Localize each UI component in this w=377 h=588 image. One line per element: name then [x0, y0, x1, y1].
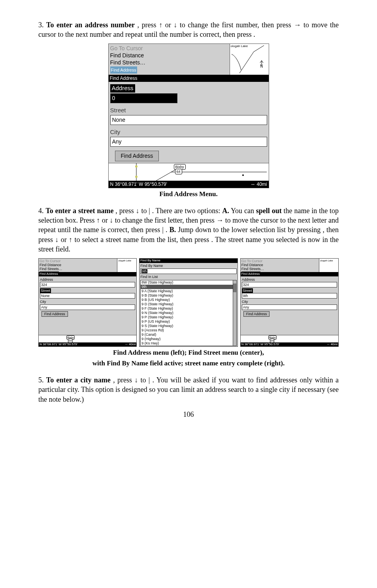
mini-bottom-map-r: Bixby 64 [241, 335, 338, 342]
step4-prefix: 4. [38, 207, 45, 215]
mini-status-coords: N 36°08.971' W 95°50.579' [40, 342, 77, 347]
top-row: Go To Cursor Find Distance Find Streets…… [109, 44, 269, 75]
step4-rest-b: You can [231, 207, 256, 215]
mini-form: Address 324 Street None City Any Find Ad… [39, 276, 136, 335]
street-list-item[interactable]: 9 (Highway) [141, 337, 236, 341]
form-area: Address 0 Street None City Any Find Addr… [109, 82, 269, 163]
scroll-thumb[interactable] [233, 284, 236, 292]
mini-go-to-cursor-r: Go To Cursor [241, 259, 318, 263]
mini-status-coords-r: N 36°08.971' W 95°50.579' [241, 342, 279, 347]
mini-lake-label-r: ologah Lake [320, 259, 333, 262]
mini-menu-r: Go To Cursor Find Distance Find Streets…… [241, 259, 319, 272]
mini-street-field[interactable]: None [40, 293, 135, 299]
map-thumbnail-svg: N [230, 44, 269, 75]
street-list-item[interactable]: 9 P (US Highway) [141, 320, 236, 324]
street-field[interactable]: None [110, 115, 267, 125]
step4-paragraph: 4. To enter a street name , press ↓ to |… [38, 206, 339, 254]
mini-bottom-map: Bixby 64 [39, 335, 136, 342]
mini-street-field-r[interactable]: 9th [242, 293, 337, 299]
mini-find-streets-r: Find Streets… [241, 267, 318, 271]
mini-top-r: Go To Cursor Find Distance Find Streets…… [241, 259, 338, 272]
map-thumbnail: ologah Lake N [230, 44, 269, 75]
mini-status-r: N 36°08.971' W 95°50.579' ↔ 40mi [241, 342, 338, 347]
street-list-item[interactable]: 9 P (State Highway) [141, 315, 236, 320]
mini-city-field-r[interactable]: Any [242, 304, 337, 310]
mini-find-streets: Find Streets… [40, 267, 116, 271]
find-by-name-field[interactable]: 9th [140, 268, 236, 274]
mini-window-title-r: Find Address [241, 272, 338, 276]
svg-point-6 [242, 174, 244, 176]
step5-title: To enter a city name [46, 376, 111, 384]
menu-find-streets: Find Streets… [110, 59, 228, 66]
mini-street-label: Street [40, 288, 51, 293]
mini-go-to-cursor: Go To Cursor [40, 259, 116, 263]
mini-find-distance-r: Find Distance [241, 263, 318, 267]
popup-menu: Go To Cursor Find Distance Find Streets…… [109, 44, 230, 75]
step3-paragraph: 3. To enter an address number , press ↑ … [38, 20, 339, 40]
mini-address-field[interactable]: 324 [40, 282, 135, 287]
street-list-item[interactable]: 9 A (State Highway) [141, 289, 236, 293]
street-list-item[interactable]: 9th [141, 285, 236, 289]
street-list[interactable]: 8W (State Highway)9th9 A (State Highway)… [140, 280, 236, 346]
street-list-item[interactable]: 9 (Ks Hwy) [141, 341, 236, 346]
find-by-name-value: 9th [141, 269, 147, 273]
mini-city-field[interactable]: Any [40, 304, 135, 310]
caption-2a: Find Address menu (left); Find Street me… [38, 348, 339, 357]
find-in-list-label: Find In List [139, 274, 237, 280]
status-scale: ↔ 40mi [251, 181, 267, 187]
step5-paragraph: 5. To enter a city name , press ↓ to | .… [38, 375, 339, 404]
step5-prefix: 5. [38, 376, 46, 384]
mini-city-label: City [40, 299, 135, 304]
mini-map-thumb: ologah Lake [117, 259, 136, 272]
scrollbar[interactable] [233, 280, 236, 346]
center-title-bar: Find By Name [139, 259, 237, 263]
svg-point-5 [135, 176, 138, 178]
street-list-item[interactable]: 9 (Canal) [141, 333, 236, 337]
step4-spell: spell out [256, 207, 282, 215]
street-list-item[interactable]: 9 B (State Highway) [141, 293, 236, 298]
step4-a: A. [222, 207, 229, 215]
screenshot-center: Find By Name Find By Name 9th Find In Li… [139, 258, 238, 347]
mini-address-label-r: Address [242, 277, 337, 282]
city-field[interactable]: Any [110, 137, 267, 147]
screenshot-right: Go To Cursor Find Distance Find Streets…… [240, 258, 339, 347]
mini-find-distance: Find Distance [40, 263, 116, 267]
mini-address-field-r[interactable]: 324 [242, 282, 337, 287]
mini-street-label-r: Street [242, 288, 253, 293]
menu-go-to-cursor: Go To Cursor [110, 45, 228, 52]
mini-find-button[interactable]: Find Address [41, 311, 68, 317]
window-title: Find Address [109, 75, 269, 82]
street-list-item[interactable]: 9 D (State Highway) [141, 302, 236, 306]
address-field[interactable]: 0 [110, 93, 177, 103]
mini-status-scale-r: ↔ 40mi [326, 342, 337, 347]
street-list-item[interactable]: 9 F (State Highway) [141, 306, 236, 311]
mini-lake-label: ologah Lake [118, 259, 131, 262]
bottom-map: Bixby 64 [109, 163, 269, 181]
menu-find-address-selected: Find Address [110, 66, 137, 74]
route-64-badge: 64 [175, 169, 182, 174]
status-coords: N 36°08.971' W 95°50.579' [110, 181, 167, 187]
street-list-item[interactable]: 9 B (US Highway) [141, 298, 236, 302]
screenshot-left: Go To Cursor Find Distance Find Streets…… [38, 258, 137, 347]
city-label: City [110, 128, 267, 136]
find-address-button[interactable]: Find Address [115, 151, 159, 161]
street-list-item[interactable]: 9 (Access Rd) [141, 328, 236, 333]
step3-prefix: 3. [38, 21, 46, 29]
mini-window-title: Find Address [39, 272, 136, 276]
mini-city-label-r: City [242, 299, 337, 304]
street-list-item[interactable]: 8W (State Highway) [141, 280, 236, 285]
step4-title: To enter a street name [45, 207, 113, 215]
mini-menu: Go To Cursor Find Distance Find Streets…… [39, 259, 117, 272]
mini-status-scale: ↔ 40mi [125, 342, 136, 347]
mini-top: Go To Cursor Find Distance Find Streets…… [39, 259, 136, 272]
address-label: Address [110, 84, 135, 92]
svg-point-4 [135, 165, 138, 168]
mini-route-badge-r: 64 [270, 338, 275, 343]
screenshot-triple: Go To Cursor Find Distance Find Streets…… [38, 258, 339, 347]
status-bar: N 36°08.971' W 95°50.579' ↔ 40mi [109, 181, 269, 188]
step4-b: B. [170, 226, 176, 234]
street-list-item[interactable]: 9 N (State Highway) [141, 311, 236, 315]
mini-address-label: Address [40, 277, 135, 282]
mini-find-button-r[interactable]: Find Address [243, 311, 270, 317]
street-list-item[interactable]: 9 S (State Highway) [141, 324, 236, 328]
